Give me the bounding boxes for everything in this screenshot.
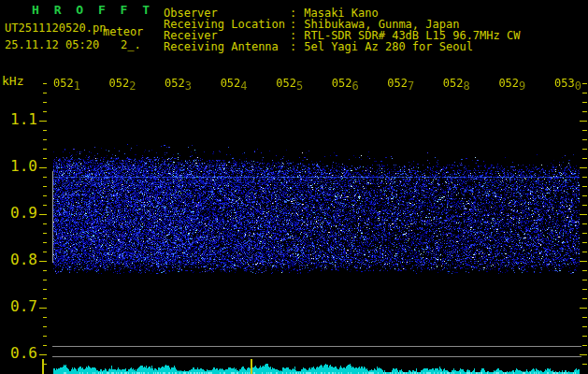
y-axis-tick-left	[43, 289, 47, 290]
y-axis-tick-right	[582, 139, 587, 140]
separator: :	[290, 40, 296, 53]
app-title: H R O F F T	[32, 3, 153, 17]
y-axis-tick-right	[582, 158, 587, 159]
y-axis-tick-right	[582, 130, 587, 131]
y-axis-tick-right	[582, 149, 587, 150]
y-axis-tick-left	[39, 121, 47, 122]
x-axis-time-label-dim-digit: 7	[408, 79, 414, 93]
y-axis-label: 0.9	[0, 206, 37, 221]
y-axis-tick-left	[43, 205, 47, 206]
y-axis-tick-left	[43, 317, 47, 318]
y-axis-tick-left	[43, 280, 47, 280]
y-axis-tick-left	[43, 186, 47, 187]
filename-text: UT2511120520.pn	[5, 22, 106, 35]
spectrogram-canvas	[53, 82, 580, 374]
x-axis-time-label-dim-digit: 5	[296, 79, 303, 93]
y-axis-tick-right	[582, 186, 587, 187]
x-axis-time-label-dim-digit: 0	[575, 79, 581, 93]
y-axis-tick-right	[582, 252, 587, 252]
y-axis-tick-right	[580, 308, 587, 309]
y-axis-tick-left	[43, 233, 47, 234]
x-axis-time-label: 0530	[554, 78, 581, 89]
info-value-antenna: :5el Yagi Az 280 for Seoul	[290, 40, 473, 53]
y-axis-tick-right	[580, 214, 587, 215]
y-axis-label: 0.8	[0, 252, 37, 267]
y-axis-tick-right	[582, 270, 587, 271]
y-axis-tick-left	[43, 177, 47, 178]
y-axis-tick-left	[43, 270, 47, 271]
x-axis-time-label: 0521	[53, 78, 80, 89]
info-label-antenna: Receiving Antenna	[164, 40, 279, 53]
y-axis-tick-right	[582, 195, 587, 196]
y-axis-tick-left	[43, 326, 47, 327]
y-axis-tick-left	[39, 214, 47, 215]
y-axis-tick-right	[582, 93, 587, 94]
y-axis-tick-left	[43, 195, 47, 196]
y-axis-tick-right	[582, 111, 587, 112]
y-axis-tick-right	[582, 289, 587, 290]
band-left-edge-line	[52, 171, 53, 263]
x-axis-time-label-dim-digit: 6	[351, 79, 358, 93]
y-axis-label: 1.0	[0, 159, 37, 174]
y-axis-tick-left	[43, 111, 47, 112]
y-axis-tick-right	[582, 223, 587, 224]
x-axis-time-label-dim-digit: 1	[74, 79, 80, 93]
x-axis-time-label-dim-digit: 3	[185, 79, 192, 93]
y-axis-tick-right	[582, 242, 587, 243]
echo-counter-text: 2_.	[121, 38, 141, 51]
antenna-value: 5el Yagi Az 280 for Seoul	[304, 40, 473, 53]
y-axis-tick-right	[580, 261, 587, 262]
y-axis-tick-left	[43, 298, 47, 299]
y-axis-tick-right	[582, 83, 587, 84]
y-axis-label: 0.7	[0, 299, 37, 314]
y-axis-tick-left	[43, 345, 47, 346]
level-ref-line-upper	[52, 346, 581, 347]
y-axis-tick-left	[39, 167, 47, 168]
y-axis-tick-right	[582, 298, 587, 299]
y-axis-tick-right	[582, 345, 587, 346]
y-axis-tick-left	[43, 158, 47, 159]
y-axis-tick-left	[43, 139, 47, 140]
y-axis-label: 0.6	[0, 346, 37, 361]
y-axis-tick-left	[39, 354, 47, 355]
y-axis-tick-left	[43, 130, 47, 131]
x-axis-time-label: 0526	[332, 78, 359, 89]
y-axis-unit-label: kHz	[2, 74, 23, 88]
x-axis-time-label: 0529	[498, 78, 525, 89]
x-axis-time-label-dim-digit: 9	[519, 79, 525, 93]
y-axis-tick-left	[43, 242, 47, 243]
y-axis-tick-left	[39, 261, 47, 262]
y-axis-tick-right	[580, 121, 587, 122]
x-axis-time-label-dim-digit: 2	[129, 79, 136, 93]
y-axis-tick-right	[582, 280, 587, 280]
x-axis-time-label: 0528	[443, 78, 470, 89]
y-axis-tick-right	[582, 177, 587, 178]
y-axis-tick-right	[582, 364, 587, 365]
level-ref-line-lower	[52, 356, 581, 357]
y-axis-tick-right	[580, 167, 587, 168]
hrofft-screen: { "app": { "title": "H R O F F T" }, "he…	[0, 0, 588, 374]
level-strip-left-marker	[42, 359, 44, 374]
x-axis-time-label-dim-digit: 8	[464, 79, 470, 93]
y-axis-tick-left	[43, 83, 47, 84]
y-axis-tick-right	[580, 354, 587, 355]
y-axis-tick-right	[582, 205, 587, 206]
y-axis-tick-right	[582, 326, 587, 327]
x-axis-time-label-dim-digit: 4	[240, 79, 247, 93]
y-axis-tick-right	[582, 233, 587, 234]
x-axis-time-label: 0524	[221, 78, 248, 89]
x-axis-time-label: 0525	[276, 78, 303, 89]
datetime-text: 25.11.12 05:20	[5, 38, 99, 51]
y-axis-tick-left	[43, 149, 47, 150]
x-axis-time-label: 0523	[165, 78, 192, 89]
y-axis-tick-left	[43, 252, 47, 252]
y-axis-tick-right	[582, 336, 587, 337]
y-axis-tick-right	[582, 317, 587, 318]
y-axis-tick-left	[43, 102, 47, 103]
y-axis-tick-left	[43, 93, 47, 94]
y-axis-label: 1.1	[0, 112, 37, 127]
filename-overlay-text: meteor	[103, 25, 143, 38]
y-axis-tick-left	[39, 308, 47, 309]
y-axis-tick-left	[43, 336, 47, 337]
x-axis-time-label: 0522	[109, 78, 136, 89]
